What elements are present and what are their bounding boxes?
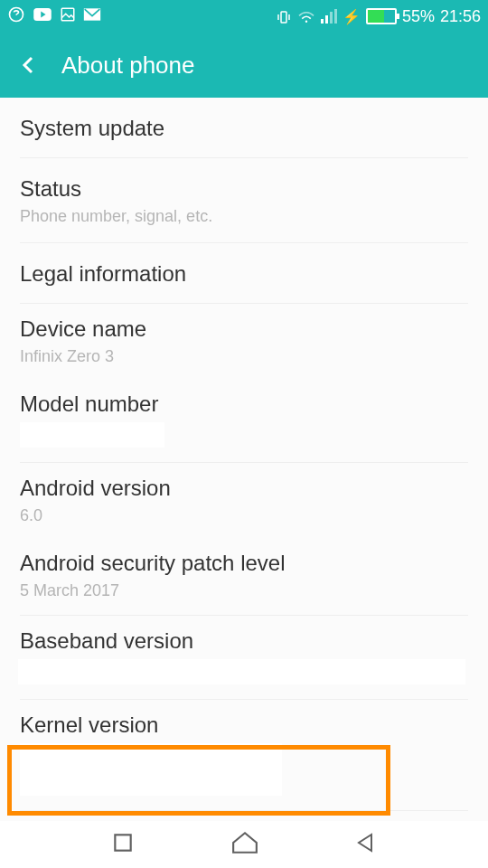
- item-subtitle: Phone number, signal, etc.: [20, 207, 468, 226]
- item-android-version[interactable]: Android version 6.0: [20, 463, 468, 540]
- item-title: Kernel version: [20, 712, 468, 738]
- redacted-value: [20, 422, 164, 448]
- clock: 21:56: [440, 7, 481, 26]
- battery-icon: [366, 8, 397, 24]
- item-title: Model number: [20, 392, 468, 417]
- item-value: Infinix Zero 3: [20, 347, 468, 366]
- item-title: Legal information: [20, 261, 468, 287]
- charging-icon: ⚡: [343, 8, 361, 25]
- item-status[interactable]: Status Phone number, signal, etc.: [20, 158, 468, 243]
- item-title: Baseband version: [20, 628, 468, 654]
- item-kernel[interactable]: Kernel version: [20, 700, 468, 811]
- back-button[interactable]: [355, 831, 377, 858]
- signal-icon: [321, 9, 337, 24]
- item-title: Status: [20, 176, 468, 202]
- item-title: Android version: [20, 476, 468, 501]
- item-model-number[interactable]: Model number: [20, 381, 468, 463]
- recent-apps-button[interactable]: [111, 831, 135, 858]
- svg-rect-9: [116, 835, 131, 850]
- item-device-name[interactable]: Device name Infinix Zero 3: [20, 304, 468, 381]
- wifi-icon: [297, 7, 315, 26]
- svg-marker-11: [359, 835, 371, 851]
- image-icon: [60, 6, 76, 27]
- status-bar: ⚡ 55% 21:56: [0, 0, 488, 33]
- item-title: Device name: [20, 316, 468, 342]
- back-icon[interactable]: [18, 54, 40, 76]
- battery-percent: 55%: [402, 7, 435, 26]
- redacted-value: [18, 659, 465, 684]
- app-bar: About phone: [0, 33, 488, 98]
- svg-point-8: [305, 20, 307, 22]
- youtube-icon: [33, 7, 52, 26]
- item-value: 5 March 2017: [20, 581, 468, 600]
- svg-marker-10: [233, 833, 257, 852]
- redacted-value: [20, 743, 282, 796]
- settings-list: System update Status Phone number, signa…: [0, 98, 488, 868]
- item-value: 6.0: [20, 506, 468, 525]
- item-title: Android security patch level: [20, 551, 468, 576]
- gmail-icon: [83, 7, 101, 26]
- page-title: About phone: [61, 52, 194, 80]
- svg-rect-5: [281, 12, 286, 23]
- home-button[interactable]: [231, 831, 258, 858]
- item-legal[interactable]: Legal information: [20, 243, 468, 304]
- vibrate-icon: [276, 7, 292, 26]
- item-baseband[interactable]: Baseband version: [20, 616, 468, 700]
- item-system-update[interactable]: System update: [20, 98, 468, 158]
- whatsapp-icon: [7, 5, 25, 28]
- system-nav-bar: [0, 821, 488, 868]
- svg-rect-3: [61, 8, 74, 21]
- item-security-patch[interactable]: Android security patch level 5 March 201…: [20, 540, 468, 616]
- item-title: System update: [20, 116, 468, 141]
